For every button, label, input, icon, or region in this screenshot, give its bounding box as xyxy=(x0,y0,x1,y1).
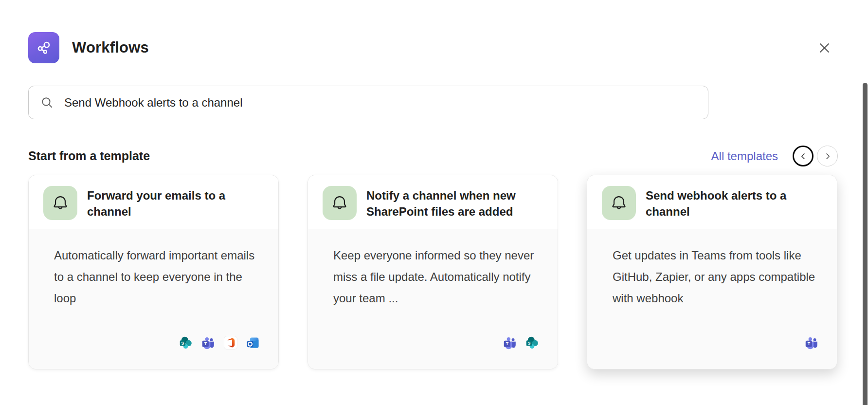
teams-icon: T xyxy=(201,336,215,350)
sharepoint-icon: S xyxy=(525,336,539,350)
page-title: Workflows xyxy=(72,39,149,56)
bell-icon xyxy=(610,194,628,212)
close-icon xyxy=(817,41,832,55)
sharepoint-icon: S xyxy=(179,336,193,350)
chevron-left-icon xyxy=(798,151,809,162)
search-icon xyxy=(40,96,54,109)
all-templates-link[interactable]: All templates xyxy=(711,149,778,163)
card-body: Get updates in Teams from tools like Git… xyxy=(587,229,837,369)
template-card-notify-sharepoint[interactable]: Notify a channel when new SharePoint fil… xyxy=(307,175,558,369)
svg-text:S: S xyxy=(528,341,531,346)
card-header: Send webhook alerts to a channel xyxy=(587,175,837,229)
card-title: Forward your emails to a channel xyxy=(87,186,267,220)
card-title: Send webhook alerts to a channel xyxy=(646,186,825,220)
workflows-app-icon xyxy=(28,32,59,63)
svg-text:T: T xyxy=(204,341,207,346)
dialog-header: Workflows xyxy=(28,0,838,63)
svg-text:S: S xyxy=(181,341,184,346)
bell-icon xyxy=(330,194,349,212)
bell-tile xyxy=(323,186,357,220)
search-input[interactable] xyxy=(64,86,696,119)
workflows-share-icon xyxy=(35,39,53,56)
template-section-header: Start from a template All templates xyxy=(28,146,838,166)
card-app-icons: T xyxy=(613,336,818,350)
card-app-icons: S T xyxy=(54,336,260,350)
template-card-webhook-alerts[interactable]: Send webhook alerts to a channel Get upd… xyxy=(587,175,837,369)
card-description: Automatically forward important emails t… xyxy=(54,245,260,309)
workflows-dialog: Workflows Start from a template All temp… xyxy=(0,0,868,405)
office-icon xyxy=(224,336,237,350)
card-header: Forward your emails to a channel xyxy=(29,175,278,229)
card-description: Keep everyone informed so they never mis… xyxy=(333,245,539,309)
next-templates-button[interactable] xyxy=(817,146,838,166)
card-header: Notify a channel when new SharePoint fil… xyxy=(308,175,558,229)
svg-text:T: T xyxy=(808,341,811,346)
teams-icon: T xyxy=(805,336,818,350)
bell-tile xyxy=(43,186,77,220)
card-body: Keep everyone informed so they never mis… xyxy=(308,229,558,369)
card-description: Get updates in Teams from tools like Git… xyxy=(613,245,818,309)
template-cards: Forward your emails to a channel Automat… xyxy=(28,175,838,369)
close-button[interactable] xyxy=(814,37,835,58)
search-box xyxy=(28,86,708,119)
chevron-right-icon xyxy=(822,151,833,162)
teams-icon: T xyxy=(503,336,517,350)
card-body: Automatically forward important emails t… xyxy=(29,229,278,369)
section-heading: Start from a template xyxy=(28,149,150,163)
vertical-scrollbar-thumb[interactable] xyxy=(863,83,868,405)
template-card-forward-emails[interactable]: Forward your emails to a channel Automat… xyxy=(28,175,279,369)
outlook-icon xyxy=(246,336,260,350)
card-app-icons: T S xyxy=(333,336,539,350)
bell-icon xyxy=(51,194,70,212)
prev-templates-button[interactable] xyxy=(793,146,814,166)
bell-tile xyxy=(602,186,636,220)
card-title: Notify a channel when new SharePoint fil… xyxy=(366,186,546,220)
section-actions: All templates xyxy=(711,146,838,166)
svg-text:T: T xyxy=(506,341,509,346)
